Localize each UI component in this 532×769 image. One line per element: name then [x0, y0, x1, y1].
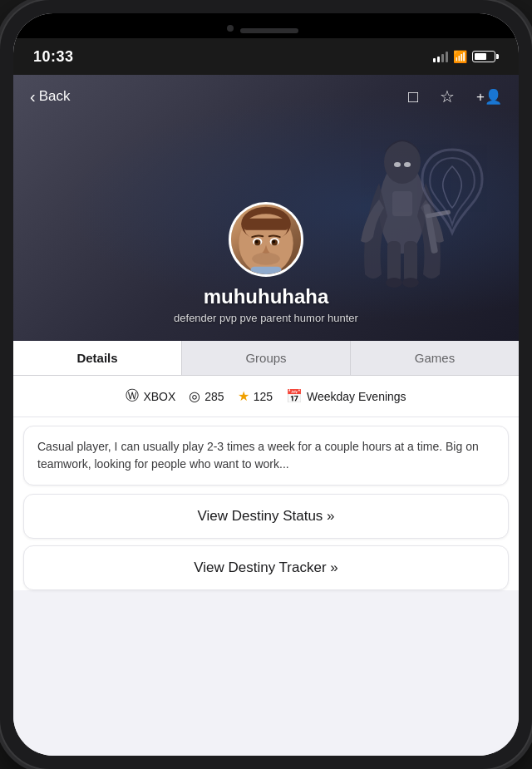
phone-screen: 10:33 📶 — [13, 13, 519, 756]
status-bar: 10:33 📶 — [13, 38, 519, 75]
nav-bar: ‹ Back □ ☆ +👤 — [13, 75, 519, 118]
status-time: 10:33 — [33, 48, 74, 66]
star-rating-icon: ★ — [238, 388, 249, 404]
skill-stat: ◎ 285 — [189, 388, 224, 404]
bio-card: Casual player, I can usually play 2-3 ti… — [23, 426, 509, 486]
svg-point-9 — [394, 162, 401, 167]
svg-point-19 — [255, 240, 259, 244]
front-camera — [227, 25, 234, 32]
username: muhuhuhaha — [204, 285, 329, 308]
notch-area — [13, 13, 519, 38]
back-label: Back — [39, 88, 71, 105]
earpiece — [240, 28, 298, 33]
details-section: Ⓦ XBOX ◎ 285 ★ 125 📅 Weekday Evenings — [13, 376, 519, 590]
skill-icon: ◎ — [189, 388, 200, 404]
destiny-tracker-button[interactable]: View Destiny Tracker » — [23, 545, 509, 590]
stats-row: Ⓦ XBOX ◎ 285 ★ 125 📅 Weekday Evenings — [13, 376, 519, 417]
platform-value: XBOX — [143, 390, 175, 403]
status-icons: 📶 — [433, 50, 499, 63]
destiny-status-label: View Destiny Status » — [197, 508, 334, 524]
availability-stat: 📅 Weekday Evenings — [286, 388, 406, 404]
tab-bar: Details Groups Games — [13, 341, 519, 376]
rating-value: 125 — [254, 390, 273, 403]
star-icon[interactable]: ☆ — [436, 83, 458, 110]
message-icon[interactable]: □ — [405, 84, 421, 110]
bio-text: Casual player, I can usually play 2-3 ti… — [37, 438, 495, 473]
svg-point-25 — [252, 253, 280, 265]
hero-section: ‹ Back □ ☆ +👤 — [13, 75, 519, 341]
svg-rect-26 — [250, 267, 281, 274]
avatar — [229, 202, 303, 277]
tab-games[interactable]: Games — [351, 341, 519, 375]
tab-details[interactable]: Details — [13, 341, 182, 375]
app-content: ‹ Back □ ☆ +👤 — [13, 75, 519, 756]
phone-frame: 10:33 📶 — [0, 0, 532, 769]
avatar-image — [231, 205, 301, 274]
platform-stat: Ⓦ XBOX — [126, 387, 175, 405]
tab-groups[interactable]: Groups — [182, 341, 351, 375]
signal-icon — [433, 51, 448, 62]
back-chevron-icon: ‹ — [30, 88, 36, 105]
svg-rect-14 — [244, 219, 288, 230]
destiny-status-button[interactable]: View Destiny Status » — [23, 494, 509, 539]
add-friend-icon[interactable]: +👤 — [473, 85, 505, 109]
calendar-icon: 📅 — [286, 388, 303, 404]
tagline: defender pvp pve parent humor hunter — [174, 312, 358, 324]
back-button[interactable]: ‹ Back — [27, 83, 73, 110]
destiny-tracker-label: View Destiny Tracker » — [194, 559, 338, 575]
xbox-icon: Ⓦ — [126, 387, 139, 405]
rating-stat: ★ 125 — [238, 388, 273, 404]
availability-value: Weekday Evenings — [307, 390, 406, 403]
skill-value: 285 — [204, 390, 224, 403]
profile-info: muhuhuhaha defender pvp pve parent humor… — [13, 202, 519, 324]
nav-actions: □ ☆ +👤 — [405, 83, 505, 110]
wifi-icon: 📶 — [453, 50, 467, 63]
battery-icon — [472, 51, 499, 62]
svg-point-20 — [272, 240, 275, 244]
